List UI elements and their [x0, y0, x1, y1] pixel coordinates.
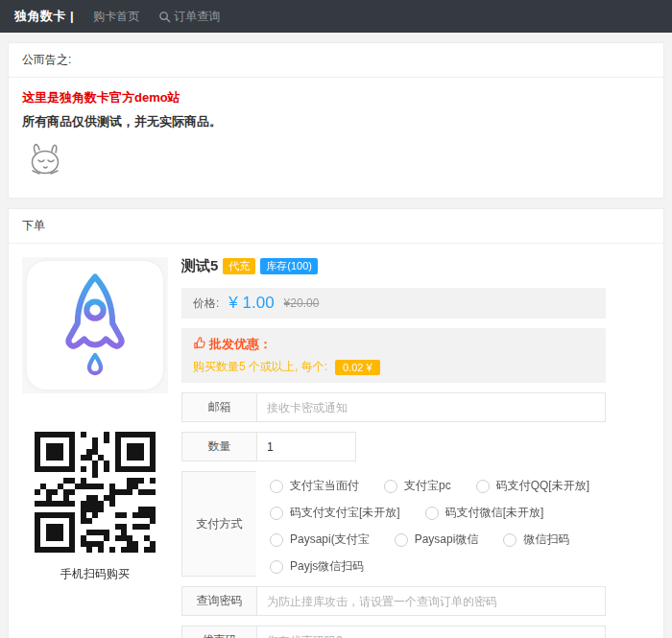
top-navbar: 独角数卡 | 购卡首页 订单查询	[0, 0, 672, 33]
search-icon	[158, 11, 171, 23]
radio-icon[interactable]	[395, 533, 408, 547]
nav-link-order-query[interactable]: 订单查询	[158, 9, 220, 25]
qr-caption: 手机扫码购买	[60, 566, 130, 582]
product-stock-badge: 库存(100)	[260, 258, 318, 274]
payment-option[interactable]: Payjs微信扫码	[270, 558, 364, 575]
quantity-label: 数量	[181, 432, 256, 461]
nav-link-home-label: 购卡首页	[93, 9, 139, 25]
payment-option[interactable]: Paysapi微信	[395, 532, 479, 548]
quantity-input[interactable]	[256, 432, 356, 461]
payment-option-label: 码支付支付宝[未开放]	[290, 505, 400, 521]
product-image	[27, 261, 163, 390]
search-password-label: 查询密码	[181, 586, 256, 616]
payment-options: 支付宝当面付支付宝pc码支付QQ[未开放]码支付支付宝[未开放]码支付微信[未开…	[256, 471, 606, 577]
payment-option[interactable]: 码支付QQ[未开放]	[476, 478, 589, 494]
payment-option[interactable]: 码支付支付宝[未开放]	[270, 505, 400, 521]
radio-icon[interactable]	[270, 480, 283, 493]
order-form-column: 测试5 代充 库存(100) 价格: ¥ 1.00 ¥20.00	[181, 257, 606, 638]
coupon-input[interactable]	[256, 626, 606, 638]
coupon-row: 优惠码	[181, 626, 606, 638]
original-price: ¥20.00	[284, 296, 320, 310]
payment-option-label: 码支付QQ[未开放]	[496, 478, 589, 494]
order-header: 下单	[9, 209, 663, 244]
email-row: 邮箱	[181, 392, 606, 422]
payment-option-label: Payjs微信扫码	[290, 558, 364, 575]
price-value: ¥ 1.00	[228, 294, 274, 313]
payment-option[interactable]: 码支付微信[未开放]	[425, 505, 544, 521]
radio-icon[interactable]	[503, 533, 516, 547]
order-card: 下单	[8, 208, 664, 638]
radio-icon[interactable]	[476, 480, 490, 493]
payment-option-label: Paysapi微信	[415, 532, 479, 548]
radio-icon[interactable]	[270, 533, 283, 547]
payment-option[interactable]: 支付宝当面付	[270, 478, 359, 494]
nav-link-order-query-label: 订单查询	[174, 9, 220, 25]
payment-option-label: 支付宝pc	[404, 478, 451, 494]
announcement-card: 公而告之: 这里是独角数卡官方demo站 所有商品仅供测试，并无实际商品。	[8, 42, 664, 199]
radio-icon[interactable]	[425, 507, 439, 520]
payment-option-label: 码支付微信[未开放]	[445, 505, 544, 521]
announcement-line2: 所有商品仅供测试，并无实际商品。	[22, 113, 650, 130]
coupon-label: 优惠码	[181, 626, 256, 638]
mascot-sticker-image	[22, 138, 650, 186]
announcement-line1: 这里是独角数卡官方demo站	[22, 89, 650, 106]
product-type-badge: 代充	[223, 258, 255, 274]
rocket-icon	[45, 268, 145, 383]
search-password-row: 查询密码	[181, 586, 606, 616]
order-body: 手机扫码购买 测试5 代充 库存(100) 价格: ¥ 1.00 ¥20.00	[9, 244, 663, 638]
radio-icon[interactable]	[270, 507, 283, 520]
product-title: 测试5	[181, 257, 218, 275]
email-input[interactable]	[256, 392, 606, 422]
payment-row: 支付方式 支付宝当面付支付宝pc码支付QQ[未开放]码支付支付宝[未开放]码支付…	[181, 471, 606, 577]
payment-option-label: 支付宝当面付	[290, 478, 359, 494]
wholesale-title: 批发优惠：	[209, 336, 272, 353]
product-image-wrap	[22, 257, 168, 393]
payment-option[interactable]: 微信扫码	[503, 532, 569, 548]
brand-title[interactable]: 独角数卡 |	[14, 8, 74, 25]
product-media-column: 手机扫码购买	[22, 257, 168, 638]
thumb-up-icon	[193, 337, 205, 352]
announcement-body: 这里是独角数卡官方demo站 所有商品仅供测试，并无实际商品。	[9, 78, 663, 198]
product-title-row: 测试5 代充 库存(100)	[181, 257, 606, 275]
payment-option-label: 微信扫码	[523, 532, 569, 548]
payment-option[interactable]: 支付宝pc	[384, 478, 451, 494]
price-box: 价格: ¥ 1.00 ¥20.00	[181, 288, 606, 319]
radio-icon[interactable]	[384, 480, 397, 493]
payment-option[interactable]: Paysapi(支付宝	[270, 532, 370, 548]
wholesale-price-badge: 0.02 ¥	[335, 360, 380, 375]
announcement-header: 公而告之:	[9, 43, 663, 78]
wholesale-box: 批发优惠： 购买数量5 个或以上, 每个: 0.02 ¥	[181, 328, 606, 383]
wholesale-title-row: 批发优惠：	[193, 336, 594, 353]
nav-link-home[interactable]: 购卡首页	[93, 9, 139, 25]
quantity-row: 数量	[181, 432, 606, 461]
qr-code	[31, 428, 159, 556]
payment-option-label: Paysapi(支付宝	[290, 532, 370, 548]
wholesale-desc-row: 购买数量5 个或以上, 每个: 0.02 ¥	[193, 359, 594, 375]
wholesale-desc: 购买数量5 个或以上, 每个:	[193, 359, 327, 375]
search-password-input[interactable]	[256, 586, 606, 616]
price-label: 价格:	[193, 295, 219, 312]
radio-icon[interactable]	[270, 560, 283, 574]
payment-label: 支付方式	[181, 471, 256, 577]
email-label: 邮箱	[181, 392, 256, 422]
